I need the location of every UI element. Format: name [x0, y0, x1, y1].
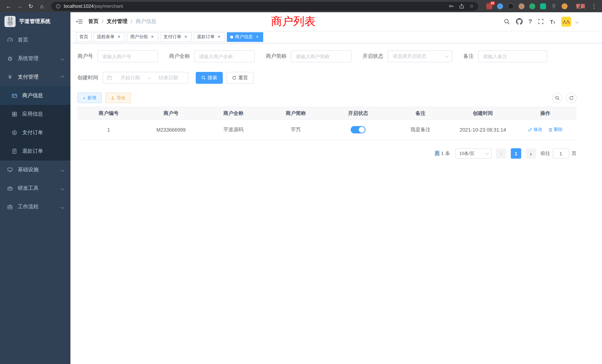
- payment-submenu: 商户信息 应用信息 支付订单: [0, 86, 70, 161]
- browser-update-button[interactable]: 更新: [576, 3, 585, 10]
- help-icon[interactable]: ?: [528, 18, 532, 25]
- search-button[interactable]: 搜索: [196, 72, 223, 84]
- prev-page-button[interactable]: ‹: [496, 148, 506, 159]
- sidebar-item-workflow[interactable]: 工作流程: [0, 198, 70, 216]
- merchant-card-icon: [11, 93, 18, 99]
- status-toggle[interactable]: [351, 126, 366, 133]
- export-button[interactable]: 导出: [105, 93, 131, 103]
- short-name-input[interactable]: [291, 50, 351, 62]
- goto-page-input[interactable]: [553, 148, 569, 159]
- extension-icon[interactable]: [519, 3, 525, 9]
- profile-avatar-icon[interactable]: [562, 3, 568, 9]
- avatar[interactable]: [561, 17, 571, 26]
- tab-label: 首页: [79, 34, 88, 40]
- extension-icon[interactable]: 10: [486, 3, 492, 9]
- chevron-down-icon[interactable]: [575, 20, 579, 23]
- close-icon[interactable]: ×: [255, 34, 260, 40]
- toolbox-icon: [7, 185, 13, 191]
- tab-user-group[interactable]: 用户分组×: [127, 32, 158, 42]
- close-icon[interactable]: ×: [116, 34, 122, 40]
- github-icon[interactable]: [516, 18, 523, 25]
- next-page-button[interactable]: ›: [526, 148, 536, 159]
- close-icon[interactable]: ×: [216, 34, 222, 40]
- browser-home-icon[interactable]: ⌂: [37, 1, 47, 11]
- table-row: 1 M233666999 芋道源码 芋艿 我是备注 2021-10-23 08:…: [77, 119, 576, 140]
- tab-pay-order[interactable]: 支付订单×: [160, 32, 192, 42]
- edit-link[interactable]: 修改: [528, 127, 542, 133]
- sidebar-item-dev-tools[interactable]: 研发工具: [0, 179, 70, 198]
- toggle-search-button[interactable]: [552, 93, 562, 103]
- tab-process-form[interactable]: 流程表单×: [93, 32, 125, 42]
- sidebar-toggle-icon[interactable]: [76, 19, 83, 24]
- add-button[interactable]: + 新增: [77, 93, 101, 103]
- reset-button[interactable]: 重置: [226, 72, 254, 84]
- address-bar[interactable]: localhost:1024/pay/merchant ☆: [51, 2, 478, 11]
- extension-icon[interactable]: [529, 3, 535, 9]
- breadcrumb-separator: /: [131, 19, 132, 24]
- sidebar-item-label: 商户信息: [22, 92, 43, 99]
- site-info-icon[interactable]: [56, 3, 61, 9]
- breadcrumb-item[interactable]: 支付管理: [107, 18, 128, 25]
- sidebar-item-label: 首页: [18, 37, 28, 43]
- close-icon[interactable]: ×: [183, 34, 188, 40]
- tab-merchant-info[interactable]: 商户信息×: [227, 32, 263, 42]
- app-title: 芋道管理系统: [19, 18, 50, 25]
- cell-short-name: 芋艿: [265, 119, 327, 140]
- browser-reload-icon[interactable]: ↻: [26, 1, 36, 11]
- pagination: 共1条 10条/页 ‹ 1 › 前往 页: [77, 148, 576, 159]
- close-icon[interactable]: ×: [150, 34, 155, 40]
- delete-link[interactable]: 删除: [548, 127, 563, 133]
- sidebar-item-refund-order[interactable]: 退款订单: [0, 142, 70, 161]
- goto-label: 前往: [540, 150, 550, 157]
- font-size-icon[interactable]: TT: [550, 18, 555, 25]
- browser-back-icon[interactable]: ←: [4, 1, 13, 11]
- status-select[interactable]: 请选择开启状态: [388, 50, 452, 62]
- fullscreen-icon[interactable]: [538, 19, 544, 24]
- add-button-label: 新增: [87, 95, 96, 101]
- column-header: 商户编号: [77, 107, 140, 119]
- sidebar-item-app-info[interactable]: 应用信息: [0, 105, 70, 123]
- remark-input[interactable]: [478, 50, 547, 62]
- extension-icon[interactable]: [508, 3, 514, 9]
- sidebar-item-merchant-info[interactable]: 商户信息: [0, 86, 70, 105]
- browser-forward-icon[interactable]: →: [15, 1, 24, 11]
- extension-icon[interactable]: [497, 3, 503, 9]
- create-time-range-picker[interactable]: 开始日期 - 结束日期: [103, 72, 188, 84]
- cell-remark: 我是备注: [389, 119, 452, 140]
- share-icon[interactable]: [459, 3, 465, 9]
- tab-refund-order[interactable]: 退款订单×: [194, 32, 225, 42]
- password-key-icon[interactable]: [449, 3, 454, 9]
- sidebar-item-payment[interactable]: ¥ 支付管理: [0, 68, 70, 86]
- sidebar-item-label: 基础设施: [18, 166, 39, 173]
- yen-icon: ¥: [7, 74, 13, 80]
- search-icon[interactable]: [504, 18, 510, 25]
- column-header: 操作: [514, 107, 577, 119]
- create-time-label: 创建时间: [77, 75, 98, 81]
- sidebar-item-system[interactable]: ⚙ 系统管理: [0, 49, 70, 68]
- pagination-total: 共1条: [434, 150, 451, 157]
- full-name-input[interactable]: [194, 50, 255, 62]
- bookmark-star-icon[interactable]: ☆: [470, 3, 474, 9]
- sidebar-menu: 首页 ⚙ 系统管理 ¥ 支付管理: [0, 31, 70, 216]
- page-size-value: 10条/页: [459, 150, 474, 157]
- page-number-button[interactable]: 1: [511, 148, 521, 159]
- sidebar-item-infra[interactable]: 基础设施: [0, 161, 70, 179]
- tab-home[interactable]: 首页: [76, 32, 92, 42]
- tabs-bar: 首页 流程表单× 用户分组× 支付订单× 退款订单× 商户信息×: [70, 31, 602, 43]
- refresh-button[interactable]: [566, 93, 576, 103]
- screen: ← → ↻ ⌂ localhost:1024/pay/merchant ☆ 10: [0, 0, 602, 364]
- browser-menu-icon[interactable]: ⋮: [591, 3, 597, 10]
- navbar-actions: ? TT: [504, 17, 578, 26]
- breadcrumb-item[interactable]: 首页: [88, 18, 99, 25]
- filter-row-1: 商户号 商户全称 商户简称 开启状态 请选择开启状态: [77, 50, 576, 62]
- extensions-pin-icon[interactable]: [551, 3, 557, 9]
- briefcase-icon: [7, 204, 13, 210]
- merchant-no-input[interactable]: [97, 50, 158, 62]
- reset-button-label: 重置: [238, 75, 248, 81]
- sidebar-item-home[interactable]: 首页: [0, 31, 70, 49]
- end-date-placeholder: 结束日期: [152, 75, 184, 81]
- sidebar-item-pay-order[interactable]: 支付订单: [0, 123, 70, 142]
- extension-icon[interactable]: [540, 3, 546, 9]
- logo[interactable]: 芋道管理系统: [0, 12, 70, 31]
- page-size-select[interactable]: 10条/页: [455, 148, 492, 159]
